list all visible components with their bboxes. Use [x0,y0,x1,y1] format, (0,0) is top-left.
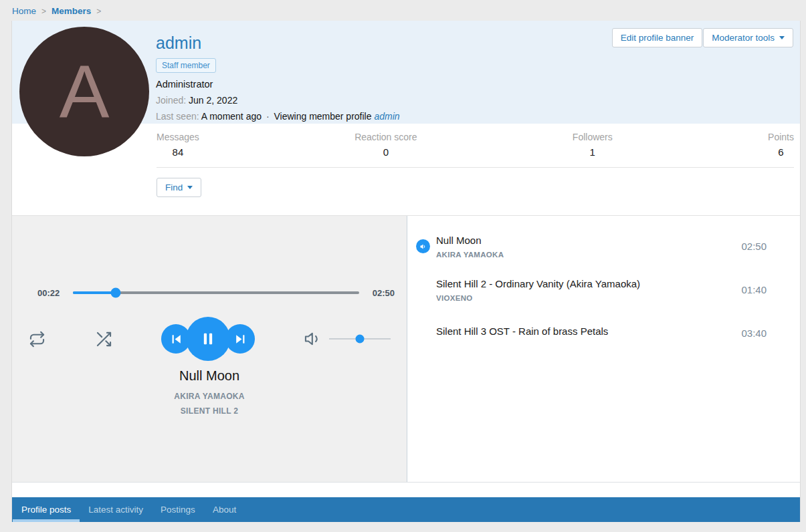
profile-role: Administrator [156,79,800,90]
last-seen-line: Last seen: A moment ago · Viewing member… [156,111,800,122]
stat-points: Points 6 [768,132,794,167]
playlist-item-duration: 02:50 [729,241,767,252]
playlist-item-text: Silent Hill 2 - Ordinary Vanity (Akira Y… [436,278,729,302]
stat-label: Reaction score [355,132,417,142]
breadcrumb-members-link[interactable]: Members [52,6,91,16]
pause-icon [199,330,217,348]
playlist-item-title: Silent Hill 3 OST - Rain of brass Petals [436,325,722,337]
volume-controls [304,329,391,348]
total-time: 02:50 [373,288,395,298]
joined-label: Joined: [156,95,186,106]
playlist-item[interactable]: Null Moon AKIRA YAMAOKA 02:50 [416,225,767,268]
skip-back-icon [170,333,183,346]
progress-slider[interactable] [73,287,359,298]
playlist-item-artist: VIOXENO [436,294,722,302]
activity-profile-link[interactable]: admin [374,111,399,122]
volume-button[interactable] [304,329,322,348]
tab-profile-posts[interactable]: Profile posts [13,497,80,522]
edit-profile-banner-button[interactable]: Edit profile banner [612,28,703,47]
playlist-item-icon-column [416,239,436,253]
find-button[interactable]: Find [157,178,201,197]
breadcrumb: Home>Members> [0,0,806,21]
last-seen-label: Last seen: [156,111,199,122]
playlist-item-artist: AKIRA YAMAOKA [436,251,722,259]
profile-tabs: Profile posts Latest activity Postings A… [12,497,800,522]
playlist: Null Moon AKIRA YAMAOKA 02:50 Silent Hil… [407,216,800,482]
playlist-item-title: Silent Hill 2 - Ordinary Vanity (Akira Y… [436,278,722,289]
member-profile-card: A Edit profile banner Moderator tools ad… [11,21,801,522]
stat-label: Followers [573,132,613,142]
breadcrumb-separator-icon: > [91,7,106,16]
playlist-item-duration: 03:40 [729,327,767,339]
stat-value: 6 [768,146,794,158]
elapsed-time: 00:22 [37,288,60,298]
pause-button[interactable] [186,317,230,361]
media-section: 00:22 02:50 [12,216,800,483]
tab-about[interactable]: About [204,497,245,522]
profile-header-actions: Edit profile banner Moderator tools [612,28,793,47]
find-label: Find [165,182,183,192]
repeat-button[interactable] [28,330,46,348]
stat-label: Messages [157,132,199,142]
joined-value: Jun 2, 2022 [189,95,237,106]
volume-icon [304,329,322,348]
tab-latest-activity[interactable]: Latest activity [80,497,152,522]
joined-line: Joined: Jun 2, 2022 [156,95,800,106]
progress-fill [73,291,116,294]
avatar-letter: A [60,54,110,129]
card-bottom-spacer [12,483,800,497]
staff-member-badge: Staff member [156,58,216,73]
shuffle-button[interactable] [95,330,113,348]
last-seen-value: A moment ago [201,111,262,122]
tab-postings[interactable]: Postings [152,497,204,522]
caret-down-icon [779,36,785,39]
stats-row: Messages 84 Reaction score 0 Followers 1… [157,132,794,168]
caret-down-icon [187,186,193,189]
progress-row: 00:22 02:50 [12,287,407,298]
playlist-item-text: Null Moon AKIRA YAMAOKA [436,235,729,259]
now-playing-album: SILENT HILL 2 [12,406,407,416]
stat-label: Points [768,132,794,142]
music-player: 00:22 02:50 [12,216,407,482]
stat-value: 0 [355,146,417,158]
stat-messages: Messages 84 [157,132,199,167]
activity-text: Viewing member profile [274,111,371,122]
stat-reaction-score: Reaction score 0 [355,132,417,167]
moderator-tools-label: Moderator tools [712,33,775,43]
stat-value: 84 [157,146,199,158]
playlist-item-duration: 01:40 [729,284,767,295]
stat-value: 1 [573,146,613,158]
playlist-item[interactable]: Silent Hill 3 OST - Rain of brass Petals… [416,311,767,355]
playlist-item[interactable]: Silent Hill 2 - Ordinary Vanity (Akira Y… [416,268,767,311]
repeat-icon [28,330,46,348]
stat-followers: Followers 1 [573,132,613,167]
find-section: Find [12,172,800,216]
moderator-tools-button[interactable]: Moderator tools [703,28,793,47]
avatar[interactable]: A [19,27,149,156]
shuffle-icon [95,330,113,348]
transport-controls [161,317,255,361]
skip-forward-icon [234,333,247,346]
player-controls [12,317,407,361]
dot-separator: · [264,111,272,122]
playlist-item-text: Silent Hill 3 OST - Rain of brass Petals [436,325,729,342]
now-playing-speaker-icon [416,239,430,253]
now-playing-artist: AKIRA YAMAOKA [12,392,407,401]
now-playing-info: Null Moon AKIRA YAMAOKA SILENT HILL 2 [12,368,407,416]
progress-thumb[interactable] [111,288,121,298]
now-playing-title: Null Moon [12,368,407,384]
volume-slider[interactable] [329,334,391,344]
breadcrumb-home-link[interactable]: Home [12,6,36,16]
breadcrumb-separator-icon: > [36,7,52,16]
playlist-item-title: Null Moon [436,235,722,246]
volume-thumb[interactable] [355,335,364,344]
